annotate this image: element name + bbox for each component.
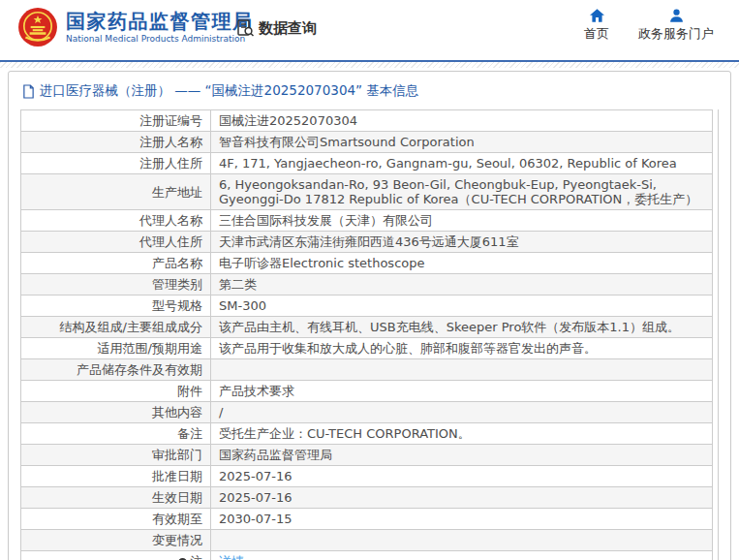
table-row: 附件产品技术要求 <box>21 381 713 402</box>
table-row: 有效期至2030-07-15 <box>21 509 713 530</box>
row-label: 审批部门 <box>21 445 211 466</box>
row-value: 国家药品监督管理局 <box>211 445 713 466</box>
top-nav: 首页 政务服务门户 <box>584 9 714 43</box>
content-panel: 进口医疗器械（注册） —— “国械注进20252070304” 基本信息 注册证… <box>8 71 731 560</box>
table-row: 注册人名称智音科技有限公司Smartsound Corporation <box>21 132 713 153</box>
row-label: 备注 <box>21 423 211 445</box>
home-icon <box>590 9 604 22</box>
row-value: 智音科技有限公司Smartsound Corporation <box>211 132 713 153</box>
document-search-icon <box>235 18 255 38</box>
row-label: 注册证编号 <box>21 110 211 132</box>
row-label: 结构及组成/主要组成成分 <box>21 317 211 338</box>
row-label: 生产地址 <box>21 174 211 210</box>
table-row: 生效日期2025-07-16 <box>21 487 713 509</box>
info-table-wrap: 注册证编号国械注进20252070304注册人名称智音科技有限公司Smartso… <box>20 109 719 560</box>
document-icon <box>22 84 35 99</box>
row-label: 代理人名称 <box>21 210 211 232</box>
row-label: 产品名称 <box>21 253 211 274</box>
table-row: 注册证编号国械注进20252070304 <box>21 110 713 132</box>
row-value: 2025-07-16 <box>211 487 713 509</box>
row-value: / <box>211 402 713 423</box>
row-value <box>211 530 713 551</box>
row-value: 国械注进20252070304 <box>211 110 713 132</box>
table-row: 产品储存条件及有效期 <box>21 359 713 381</box>
table-row: 注册人住所4F, 171, Yangjaecheon-ro, Gangnam-g… <box>21 153 713 174</box>
row-value: 天津市武清区东蒲洼街雍阳西道436号远通大厦611室 <box>211 232 713 253</box>
row-value: 详情 <box>211 551 713 560</box>
table-row: 产品名称电子听诊器Electronic stethoscope <box>21 253 713 274</box>
row-label: 注 <box>21 551 211 560</box>
row-value: 该产品用于收集和放大成人的心脏、肺部和腹部等器官发出的声音。 <box>211 338 713 359</box>
row-label: 管理类别 <box>21 274 211 296</box>
table-row: 注详情 <box>21 551 713 560</box>
row-label: 注册人名称 <box>21 132 211 153</box>
row-value: SM-300 <box>211 296 713 317</box>
table-row: 适用范围/预期用途该产品用于收集和放大成人的心脏、肺部和腹部等器官发出的声音。 <box>21 338 713 359</box>
nav-portal[interactable]: 政务服务门户 <box>638 9 714 43</box>
row-value: 三佳合国际科技发展（天津）有限公司 <box>211 210 713 232</box>
brand-title-cn: 国家药品监督管理局 <box>66 10 254 33</box>
row-value: 第二类 <box>211 274 713 296</box>
row-value: 2030-07-15 <box>211 509 713 530</box>
row-label: 代理人住所 <box>21 232 211 253</box>
data-query-label: 数据查询 <box>259 19 317 38</box>
row-label: 型号规格 <box>21 296 211 317</box>
table-row: 代理人名称三佳合国际科技发展（天津）有限公司 <box>21 210 713 232</box>
row-label: 适用范围/预期用途 <box>21 338 211 359</box>
detail-link[interactable]: 详情 <box>219 554 244 560</box>
table-row: 结构及组成/主要组成成分该产品由主机、有线耳机、USB充电线、Skeeper P… <box>21 317 713 338</box>
table-row: 代理人住所天津市武清区东蒲洼街雍阳西道436号远通大厦611室 <box>21 232 713 253</box>
brand-logo-block[interactable]: 国家药品监督管理局 National Medical Products Admi… <box>17 7 254 47</box>
row-value: 2025-07-16 <box>211 466 713 487</box>
nav-home-label: 首页 <box>584 25 609 43</box>
row-label: 其他内容 <box>21 402 211 423</box>
table-row: 变更情况 <box>21 530 713 551</box>
brand-title-en: National Medical Products Administration <box>66 33 254 45</box>
row-label: 附件 <box>21 381 211 402</box>
row-value: 该产品由主机、有线耳机、USB充电线、Skeeper Pro软件（发布版本1.1… <box>211 317 713 338</box>
info-table-body: 注册证编号国械注进20252070304注册人名称智音科技有限公司Smartso… <box>21 110 713 560</box>
table-row: 审批部门国家药品监督管理局 <box>21 445 713 466</box>
table-row: 批准日期2025-07-16 <box>21 466 713 487</box>
row-label: 注册人住所 <box>21 153 211 174</box>
table-row: 管理类别第二类 <box>21 274 713 296</box>
row-value: 6, Hyeongoksandan-Ro, 93 Beon-Gil, Cheon… <box>211 174 713 210</box>
nav-home[interactable]: 首页 <box>584 9 609 43</box>
row-label: 生效日期 <box>21 487 211 509</box>
row-value: 电子听诊器Electronic stethoscope <box>211 253 713 274</box>
row-label: 变更情况 <box>21 530 211 551</box>
row-value: 4F, 171, Yangjaecheon-ro, Gangnam-gu, Se… <box>211 153 713 174</box>
row-value <box>211 359 713 381</box>
table-row: 其他内容/ <box>21 402 713 423</box>
row-value: 受托生产企业：CU-TECH CORPORATION。 <box>211 423 713 445</box>
row-value: 产品技术要求 <box>211 381 713 402</box>
person-icon <box>669 9 684 22</box>
info-table: 注册证编号国械注进20252070304注册人名称智音科技有限公司Smartso… <box>20 109 713 560</box>
hatch-strip <box>0 62 739 68</box>
national-emblem-icon <box>17 7 58 47</box>
breadcrumb: 进口医疗器械（注册） —— “国械注进20252070304” 基本信息 <box>20 80 719 109</box>
row-label: 产品储存条件及有效期 <box>21 359 211 381</box>
page-title: 进口医疗器械（注册） —— “国械注进20252070304” 基本信息 <box>40 82 418 100</box>
site-header: 国家药品监督管理局 National Medical Products Admi… <box>0 0 739 60</box>
data-query-button[interactable]: 数据查询 <box>235 18 317 38</box>
brand-text: 国家药品监督管理局 National Medical Products Admi… <box>66 10 254 45</box>
row-label: 批准日期 <box>21 466 211 487</box>
table-row: 生产地址6, Hyeongoksandan-Ro, 93 Beon-Gil, C… <box>21 174 713 210</box>
row-label: 有效期至 <box>21 509 211 530</box>
table-row: 备注受托生产企业：CU-TECH CORPORATION。 <box>21 423 713 445</box>
nav-portal-label: 政务服务门户 <box>638 25 714 43</box>
table-row: 型号规格SM-300 <box>21 296 713 317</box>
